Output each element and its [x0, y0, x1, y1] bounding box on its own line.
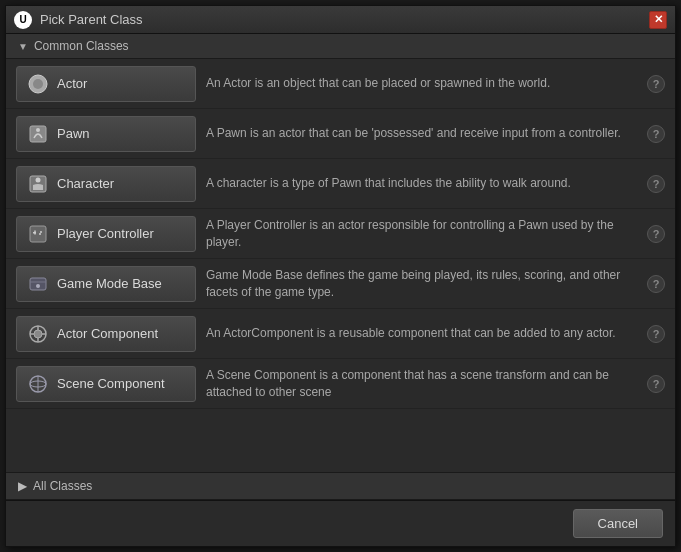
actor-icon [27, 73, 49, 95]
character-help-icon[interactable]: ? [647, 175, 665, 193]
svg-rect-8 [34, 230, 36, 234]
actor-component-help-icon[interactable]: ? [647, 325, 665, 343]
common-classes-section-header: ▼ Common Classes [6, 34, 675, 59]
game-mode-base-description: Game Mode Base defines the game being pl… [206, 267, 637, 301]
pawn-help-icon[interactable]: ? [647, 125, 665, 143]
all-classes-label: All Classes [33, 479, 92, 493]
classes-list: Actor An Actor is an object that can be … [6, 59, 675, 472]
all-classes-arrow: ▶ [18, 479, 27, 493]
character-button[interactable]: Character [16, 166, 196, 202]
pawn-row: Pawn A Pawn is an actor that can be 'pos… [6, 109, 675, 159]
actor-button[interactable]: Actor [16, 66, 196, 102]
pawn-description: A Pawn is an actor that can be 'possesse… [206, 125, 637, 142]
close-button[interactable]: ✕ [649, 11, 667, 29]
player-controller-help-icon[interactable]: ? [647, 225, 665, 243]
pick-parent-class-dialog: U Pick Parent Class ✕ ▼ Common Classes A… [5, 5, 676, 547]
player-controller-icon [27, 223, 49, 245]
actor-component-icon [27, 323, 49, 345]
actor-description: An Actor is an object that can be placed… [206, 75, 637, 92]
title-bar: U Pick Parent Class ✕ [6, 6, 675, 34]
pawn-label: Pawn [57, 126, 90, 141]
pawn-icon [27, 123, 49, 145]
game-mode-base-label: Game Mode Base [57, 276, 162, 291]
scene-component-help-icon[interactable]: ? [647, 375, 665, 393]
actor-component-description: An ActorComponent is a reusable componen… [206, 325, 637, 342]
player-controller-row: Player Controller A Player Controller is… [6, 209, 675, 259]
actor-component-button[interactable]: Actor Component [16, 316, 196, 352]
scene-component-description: A Scene Component is a component that ha… [206, 367, 637, 401]
game-mode-base-help-icon[interactable]: ? [647, 275, 665, 293]
all-classes-section-header[interactable]: ▶ All Classes [6, 472, 675, 500]
scene-component-button[interactable]: Scene Component [16, 366, 196, 402]
character-icon [27, 173, 49, 195]
actor-label: Actor [57, 76, 87, 91]
cancel-button[interactable]: Cancel [573, 509, 663, 538]
player-controller-button[interactable]: Player Controller [16, 216, 196, 252]
player-controller-label: Player Controller [57, 226, 154, 241]
actor-component-row: Actor Component An ActorComponent is a r… [6, 309, 675, 359]
svg-rect-6 [30, 226, 46, 242]
character-description: A character is a type of Pawn that inclu… [206, 175, 637, 192]
svg-point-1 [33, 79, 43, 89]
scene-component-label: Scene Component [57, 376, 165, 391]
common-classes-arrow: ▼ [18, 41, 28, 52]
actor-help-icon[interactable]: ? [647, 75, 665, 93]
svg-point-9 [40, 231, 42, 233]
dialog-footer: Cancel [6, 500, 675, 546]
title-bar-left: U Pick Parent Class [14, 11, 143, 29]
pawn-button[interactable]: Pawn [16, 116, 196, 152]
svg-point-3 [36, 128, 40, 132]
svg-point-10 [39, 233, 41, 235]
game-mode-base-icon [27, 273, 49, 295]
game-mode-base-button[interactable]: Game Mode Base [16, 266, 196, 302]
character-label: Character [57, 176, 114, 191]
actor-component-label: Actor Component [57, 326, 158, 341]
svg-point-5 [36, 177, 41, 182]
ue-logo: U [14, 11, 32, 29]
svg-point-12 [36, 284, 40, 288]
scene-component-icon [27, 373, 49, 395]
dialog-title: Pick Parent Class [40, 12, 143, 27]
scene-component-row: Scene Component A Scene Component is a c… [6, 359, 675, 409]
game-mode-base-row: Game Mode Base Game Mode Base defines th… [6, 259, 675, 309]
svg-point-14 [34, 330, 42, 338]
actor-row: Actor An Actor is an object that can be … [6, 59, 675, 109]
common-classes-label: Common Classes [34, 39, 129, 53]
character-row: Character A character is a type of Pawn … [6, 159, 675, 209]
player-controller-description: A Player Controller is an actor responsi… [206, 217, 637, 251]
